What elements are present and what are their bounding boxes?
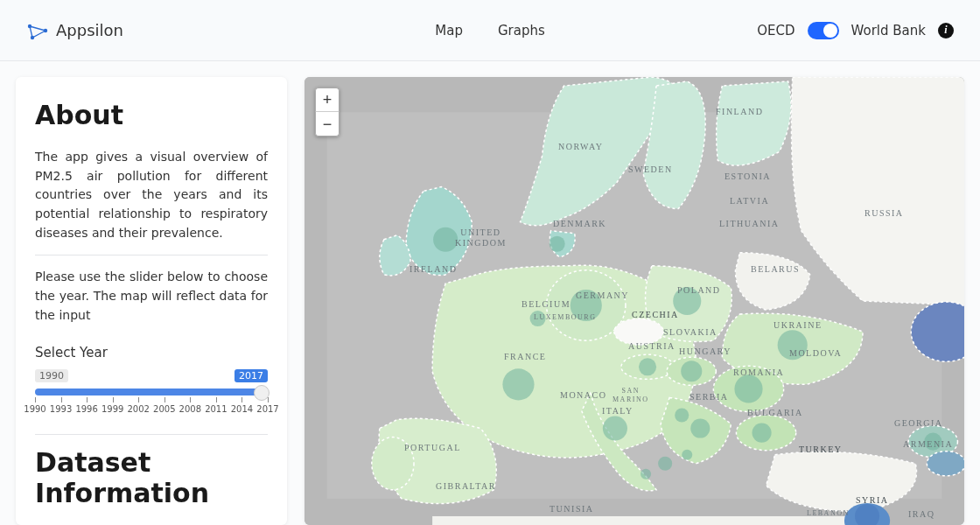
slider-tick-label: 1993 [50,404,72,414]
info-icon[interactable]: i [938,23,954,38]
svg-point-33 [682,450,692,460]
logo-icon [26,19,49,42]
zoom-controls: + − [315,88,340,136]
nav-map[interactable]: Map [435,23,463,38]
slider-tick-label: 2011 [205,404,227,414]
zoom-out-button[interactable]: − [315,112,340,136]
divider [35,434,268,435]
svg-point-32 [640,469,651,480]
slider-tick-label: 2008 [179,404,201,414]
app-header: Appsilon Map Graphs OECD World Bank i [0,0,980,61]
sidebar: About The app gives a visual overview of… [16,77,287,525]
svg-point-14 [927,452,964,476]
svg-point-29 [752,424,772,443]
slider-tick-label: 2014 [231,404,253,414]
svg-point-31 [658,457,672,471]
slider-tick-label: 1990 [24,404,46,414]
about-paragraph-2: Please use the slider below to choose th… [35,268,268,325]
map-container[interactable]: + − FINLAND NORWAY SWEDEN ESTONIA LATVIA… [304,77,964,525]
source-label-worldbank: World Bank [851,23,926,38]
svg-point-28 [690,419,710,438]
slider-tick-label: 1996 [75,404,97,414]
svg-point-34 [924,433,942,451]
brand-logo[interactable]: Appsilon [26,19,123,42]
slider-tick-label: 1999 [102,404,123,414]
nav-graphs[interactable]: Graphs [498,23,545,38]
svg-point-19 [570,290,602,321]
svg-point-30 [675,408,689,422]
slider-ticks: 1990199319961999200220052008201120142017 [35,397,268,420]
svg-point-24 [681,360,702,382]
year-slider[interactable]: 1990 2017 199019931996199920022005200820… [35,369,268,410]
data-source-toggle[interactable] [808,22,839,39]
slider-tick-label: 2002 [127,404,149,414]
svg-point-20 [530,311,546,326]
brand-text: Appsilon [56,21,123,39]
about-heading: About [35,100,268,130]
source-label-oecd: OECD [757,23,794,38]
svg-point-22 [502,368,534,400]
main-nav: Map Graphs [435,23,544,38]
svg-point-17 [433,228,458,252]
svg-point-10 [372,438,414,490]
svg-point-21 [673,287,701,315]
slider-tick-label: 2017 [256,404,278,414]
slider-tick-label: 2005 [153,404,175,414]
svg-point-26 [778,330,808,360]
svg-point-18 [550,236,565,252]
about-paragraph-1: The app gives a visual overview of PM2.5… [35,148,268,242]
header-right: OECD World Bank i [757,22,954,39]
divider [35,255,268,256]
svg-point-6 [614,318,663,345]
slider-current-pill: 2017 [234,369,268,382]
slider-min-pill: 1990 [35,369,68,382]
svg-point-23 [639,358,656,375]
svg-point-27 [603,416,627,441]
zoom-in-button[interactable]: + [315,88,340,112]
map-svg[interactable] [304,77,964,525]
svg-rect-15 [432,516,854,525]
svg-point-25 [734,374,762,402]
slider-track[interactable] [35,388,268,396]
dataset-heading: Dataset Information [35,447,268,508]
slider-label: Select Year [35,345,268,360]
